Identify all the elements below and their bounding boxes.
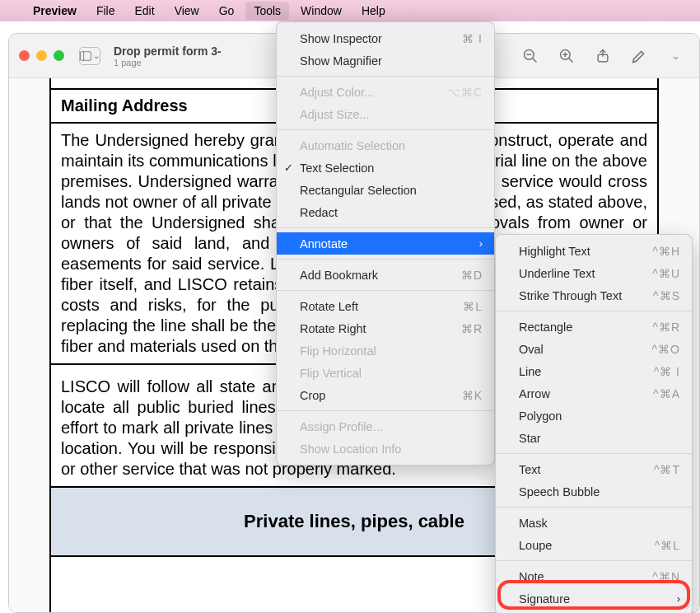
menu-item-label: Strike Through Text [519,289,622,302]
share-button[interactable] [594,47,612,65]
annotate-menu-item-arrow[interactable]: Arrow^⌘A [496,382,692,405]
annotate-menu-item-signature[interactable]: Signature› [496,587,692,610]
menu-item-label: Note [519,570,544,583]
tools-menu-item-automatic-selection: Automatic Selection [277,134,494,157]
menu-item-label: Underline Text [519,267,595,280]
menu-shortcut: ⌘R [443,322,483,335]
tools-menu-separator [277,227,494,228]
menubar-view[interactable]: View [166,2,208,20]
zoom-in-button[interactable] [558,47,576,65]
annotate-menu-item-text[interactable]: Text^⌘T [496,458,692,480]
menubar-tools[interactable]: Tools [245,2,289,20]
check-icon: ✓ [284,161,293,174]
zoom-out-button[interactable] [521,47,539,65]
svg-line-6 [569,58,573,62]
menu-item-label: Rotate Left [300,300,358,313]
sidebar-toggle-button[interactable]: ⌄ [79,47,100,65]
menu-item-label: Signature [519,592,570,606]
close-button[interactable] [19,50,30,61]
annotate-menu-item-line[interactable]: Line^⌘ I [496,360,692,382]
menu-item-label: Arrow [519,387,550,400]
chevron-right-icon: › [461,237,483,250]
chevron-right-icon: › [659,592,680,605]
annotate-menu-item-oval[interactable]: Oval^⌘O [496,338,692,360]
annotate-menu-item-loupe[interactable]: Loupe^⌘L [496,534,692,556]
annotate-menu-item-polygon[interactable]: Polygon [496,405,692,427]
annotate-menu-item-strike-through-text[interactable]: Strike Through Text^⌘S [496,284,692,306]
menu-item-label: Text [519,463,541,476]
menu-shortcut: ^⌘ I [636,365,680,378]
toolbar-chevron-down-icon[interactable]: ⌄ [666,47,684,65]
menu-item-label: Mask [519,517,548,530]
menu-item-label: Crop [300,389,325,402]
menu-item-label: Line [519,365,541,378]
zoom-button[interactable] [54,50,64,61]
minimize-button[interactable] [36,50,47,61]
menu-item-label: Flip Vertical [300,367,362,380]
sidebar-icon [80,50,91,62]
chevron-down-icon: ⌄ [93,51,100,60]
macos-menubar: Preview File Edit View Go Tools Window H… [0,0,700,21]
annotate-menu-item-highlight-text[interactable]: Highlight Text^⌘H [496,240,692,262]
svg-line-3 [533,58,537,62]
annotate-menu-item-speech-bubble[interactable]: Speech Bubble [496,480,692,503]
tools-menu-separator [277,76,494,77]
menubar-help[interactable]: Help [353,2,394,20]
menu-shortcut: ⌘K [444,389,483,402]
tools-menu-item-rectangular-selection[interactable]: Rectangular Selection [277,179,494,201]
annotate-menu-item-note[interactable]: Note^⌘N [496,565,692,587]
menu-item-label: Highlight Text [519,245,590,258]
tools-menu-item-redact[interactable]: Redact [277,201,494,223]
menubar-file[interactable]: File [88,2,124,20]
markup-button[interactable] [630,47,648,65]
menu-shortcut: ⌘L [445,300,483,313]
menu-item-label: Text Selection [300,161,374,175]
menu-item-label: Show Magnifier [300,54,382,68]
menu-shortcut: ^⌘A [635,387,680,400]
toolbar-buttons: ⌄ [521,47,689,65]
menu-item-label: Adjust Color... [300,86,374,99]
tools-menu-item-show-inspector[interactable]: Show Inspector⌘ I [277,27,494,49]
menubar-go[interactable]: Go [211,2,243,20]
menu-shortcut: ^⌘H [634,245,680,258]
annotate-submenu: Highlight Text^⌘HUnderline Text^⌘UStrike… [495,234,693,613]
annotate-menu-separator [496,311,692,311]
annotate-menu-item-rectangle[interactable]: Rectangle^⌘R [496,316,692,338]
menu-shortcut: ^⌘O [634,343,680,356]
menu-shortcut: ^⌘S [635,289,680,302]
tools-menu-separator [277,290,494,291]
menu-item-label: Adjust Size... [300,108,370,121]
tools-menu-item-show-magnifier[interactable]: Show Magnifier [277,49,494,72]
tools-menu: Show Inspector⌘ IShow MagnifierAdjust Co… [276,21,495,466]
tools-menu-item-assign-profile: Assign Profile... [277,415,494,438]
tools-menu-item-annotate[interactable]: Annotate› [277,232,494,255]
menu-item-label: Automatic Selection [300,139,405,152]
menubar-window[interactable]: Window [292,2,350,20]
tools-menu-item-rotate-left[interactable]: Rotate Left⌘L [277,295,494,317]
annotate-menu-item-star[interactable]: Star [496,427,692,449]
tools-menu-item-add-bookmark[interactable]: Add Bookmark⌘D [277,264,494,286]
menu-item-label: Polygon [519,409,562,423]
menu-item-label: Flip Horizontal [300,344,376,358]
annotate-menu-separator [496,560,692,561]
annotate-menu-item-mask[interactable]: Mask [496,512,692,534]
menu-item-label: Loupe [519,539,552,552]
tools-menu-item-crop[interactable]: Crop⌘K [277,384,494,406]
traffic-lights [19,50,64,61]
annotate-menu-item-underline-text[interactable]: Underline Text^⌘U [496,262,692,284]
menu-item-label: Assign Profile... [300,420,383,433]
menubar-app[interactable]: Preview [25,2,85,20]
menu-item-label: Oval [519,343,544,356]
menu-item-label: Show Inspector [300,32,382,45]
menu-item-label: Rectangular Selection [300,184,417,197]
menu-shortcut: ^⌘T [636,463,680,476]
menu-item-label: Redact [300,206,338,219]
svg-rect-0 [81,51,91,60]
menu-item-label: Speech Bubble [519,485,600,498]
menu-shortcut: ⌘D [443,269,483,282]
tools-menu-item-text-selection[interactable]: ✓Text Selection [277,157,494,179]
tools-menu-item-rotate-right[interactable]: Rotate Right⌘R [277,317,494,339]
menubar-edit[interactable]: Edit [127,2,163,20]
menu-item-label: Rotate Right [300,322,366,335]
menu-shortcut: ⌥⌘C [429,86,483,99]
